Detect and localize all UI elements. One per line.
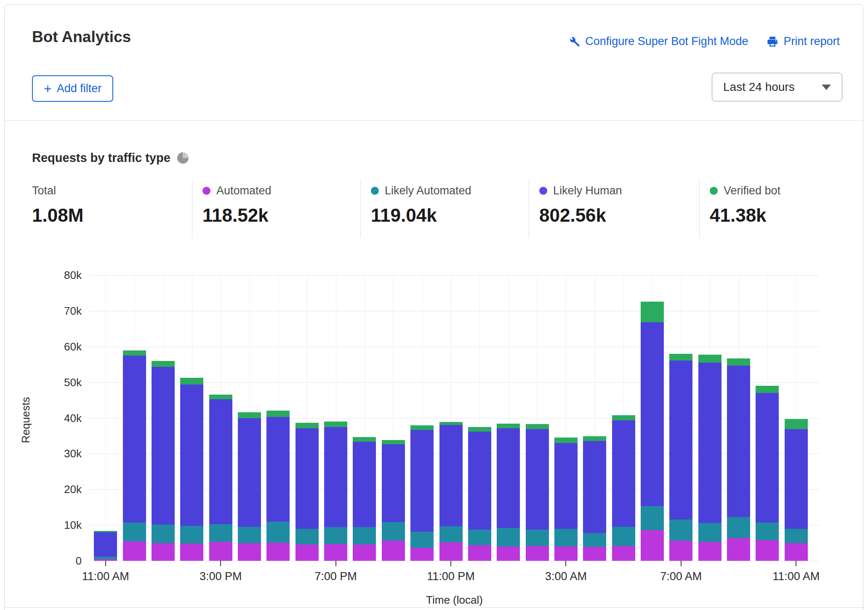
segment-automated	[410, 548, 434, 561]
segment-verified-bot	[641, 302, 664, 322]
segment-automated	[238, 543, 261, 561]
stat-likely-human-value: 802.56k	[539, 205, 622, 226]
bar-800am[interactable]	[698, 355, 722, 561]
stat-likely-human-label: Likely Human	[553, 184, 622, 197]
segment-verified-bot	[497, 424, 520, 428]
print-report-link[interactable]: Print report	[767, 35, 840, 48]
bar-1100am[interactable]	[785, 419, 808, 561]
segment-likely-human	[382, 444, 405, 522]
bar-800pm[interactable]	[353, 437, 376, 561]
segment-likely-automated	[583, 533, 606, 547]
bar-1200pm[interactable]	[123, 350, 146, 561]
segment-likely-human	[94, 532, 117, 557]
bar-700pm[interactable]	[324, 422, 347, 561]
bar-1200am[interactable]	[468, 427, 491, 561]
bar-1100am[interactable]	[94, 531, 117, 561]
stat-likely-human: Likely Human 802.56k	[539, 184, 622, 226]
y-axis-title: Requests	[19, 231, 32, 610]
segment-automated	[554, 546, 578, 561]
bar-1000am[interactable]	[756, 386, 779, 561]
segment-likely-automated	[410, 532, 434, 548]
bar-400am[interactable]	[583, 436, 606, 561]
segment-likely-automated	[152, 525, 175, 543]
segment-automated	[526, 546, 549, 561]
segment-likely-human	[583, 441, 606, 533]
add-filter-button[interactable]: + Add filter	[32, 75, 113, 102]
segment-likely-human	[296, 428, 319, 528]
x-tick-label: 7:00 PM	[290, 570, 382, 583]
segment-verified-bot	[669, 354, 692, 361]
segment-automated	[641, 530, 664, 561]
segment-likely-human	[439, 425, 463, 526]
segment-likely-automated	[669, 520, 692, 541]
bar-200pm[interactable]	[180, 378, 203, 561]
bar-300am[interactable]	[554, 438, 578, 561]
bar-600am[interactable]	[641, 302, 664, 561]
stat-likely-automated-value: 119.04k	[371, 205, 471, 226]
bar-500am[interactable]	[612, 415, 635, 561]
segment-automated	[266, 543, 290, 561]
bar-200am[interactable]	[526, 424, 549, 561]
y-tick-label: 50k	[48, 376, 82, 389]
segment-likely-human	[324, 427, 347, 527]
stat-verified-bot: Verified bot 41.38k	[710, 184, 780, 226]
bot-analytics-card: Bot Analytics Configure Super Bot Fight …	[4, 4, 863, 610]
time-range-value: Last 24 hours	[723, 80, 795, 94]
segment-likely-automated	[468, 530, 491, 545]
x-tick-label: 11:00 PM	[405, 570, 497, 583]
configure-super-bot-fight-mode-link[interactable]: Configure Super Bot Fight Mode	[568, 35, 748, 48]
page-title: Bot Analytics	[32, 28, 131, 46]
header-actions: Configure Super Bot Fight Mode Print rep…	[568, 35, 840, 48]
segment-likely-automated	[266, 522, 290, 543]
bar-700am[interactable]	[669, 354, 692, 561]
segment-automated	[756, 540, 779, 561]
bar-300pm[interactable]	[209, 395, 232, 561]
segment-likely-automated	[439, 526, 463, 543]
printer-icon	[767, 36, 778, 48]
segment-verified-bot	[583, 436, 606, 441]
segment-automated	[583, 547, 606, 561]
segment-verified-bot	[554, 438, 578, 443]
segment-likely-automated	[353, 527, 376, 544]
segment-likely-human	[641, 322, 664, 506]
segment-likely-human	[152, 367, 175, 525]
segment-likely-human	[410, 430, 434, 532]
bar-400pm[interactable]	[238, 412, 261, 561]
y-tick-label: 60k	[48, 340, 82, 353]
segment-likely-human	[785, 429, 808, 529]
segment-automated	[152, 543, 175, 561]
bar-900am[interactable]	[727, 358, 750, 561]
segment-verified-bot	[123, 350, 146, 355]
requests-bar-chart	[90, 275, 819, 561]
x-tick	[450, 561, 451, 566]
traffic-stats-row: Total 1.08M Automated 118.52k Likely Aut…	[5, 179, 863, 240]
segment-likely-automated	[526, 530, 549, 546]
bar-600pm[interactable]	[296, 423, 319, 561]
bar-500pm[interactable]	[266, 411, 290, 561]
y-tick-label: 30k	[48, 447, 82, 460]
bar-1000pm[interactable]	[410, 425, 434, 561]
stat-likely-automated-label: Likely Automated	[385, 184, 471, 197]
time-range-select[interactable]: Last 24 hours	[712, 73, 842, 101]
bar-100pm[interactable]	[152, 361, 175, 561]
segment-verified-bot	[266, 411, 290, 417]
segment-automated	[698, 542, 722, 561]
segment-verified-bot	[180, 378, 203, 385]
chart-section-title: Requests by traffic type	[32, 151, 189, 165]
stat-likely-automated: Likely Automated 119.04k	[371, 184, 471, 226]
bar-900pm[interactable]	[382, 440, 405, 561]
bar-1100pm[interactable]	[439, 422, 463, 561]
x-tick	[796, 561, 796, 566]
segment-likely-human	[756, 393, 779, 522]
segment-likely-automated	[554, 529, 578, 546]
segment-automated	[727, 538, 750, 561]
segment-likely-automated	[497, 528, 520, 547]
x-tick	[565, 561, 566, 566]
y-tick-label: 20k	[48, 483, 82, 496]
stat-total-label: Total	[32, 184, 56, 197]
segment-likely-human	[698, 363, 722, 523]
segment-verified-bot	[526, 424, 549, 429]
add-filter-label: Add filter	[57, 82, 102, 95]
segment-likely-automated	[641, 506, 664, 530]
bar-100am[interactable]	[497, 424, 520, 561]
